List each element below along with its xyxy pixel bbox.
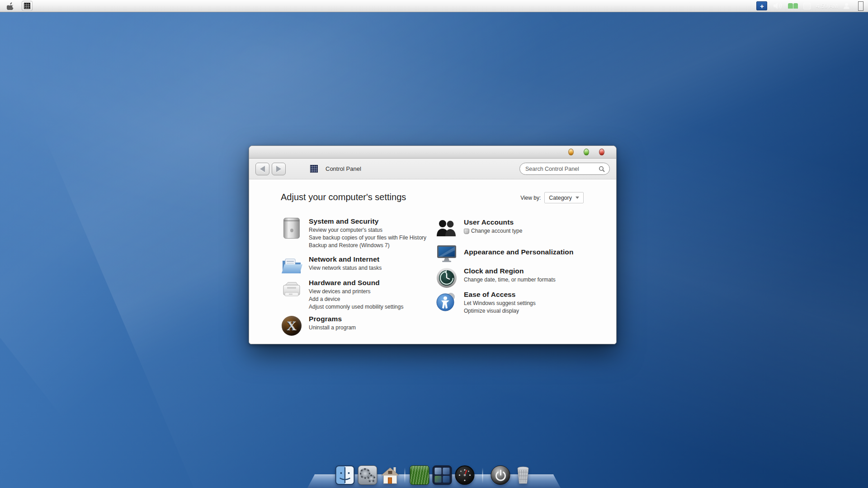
view-by-dropdown[interactable]: Category xyxy=(544,192,584,203)
category-link[interactable]: Change account type xyxy=(464,228,522,234)
view-by-value: Category xyxy=(549,195,572,201)
category-title[interactable]: Network and Internet xyxy=(309,255,382,263)
volume-icon[interactable] xyxy=(773,2,783,9)
breadcrumb[interactable]: Control Panel xyxy=(326,165,361,172)
category-title[interactable]: Programs xyxy=(309,315,356,323)
apple-menu-icon[interactable] xyxy=(6,2,14,10)
category-title[interactable]: User Accounts xyxy=(464,218,522,226)
category-link[interactable]: Adjust commonly used mobility settings xyxy=(309,304,403,310)
system-security-icon[interactable] xyxy=(281,217,302,239)
clock-text[interactable]: 4:59 AM xyxy=(816,3,838,9)
category-title[interactable]: System and Security xyxy=(309,217,426,225)
control-panel-app-icon xyxy=(24,3,30,9)
category-link[interactable]: Let Windows suggest settings xyxy=(464,300,536,306)
category-title[interactable]: Hardware and Sound xyxy=(309,279,403,287)
category-link[interactable]: View network status and tasks xyxy=(309,265,382,271)
category-hardware-and-sound: Hardware and Sound View devices and prin… xyxy=(281,279,403,310)
finder-icon[interactable] xyxy=(335,465,355,485)
category-link[interactable]: Add a device xyxy=(309,296,403,302)
category-ease-of-access: Ease of Access Let Windows suggest setti… xyxy=(436,291,536,314)
network-status-icon[interactable] xyxy=(788,3,798,9)
category-title[interactable]: Clock and Region xyxy=(464,267,556,275)
category-network-and-internet: Network and Internet View network status… xyxy=(281,255,382,277)
back-arrow-icon xyxy=(260,166,265,172)
power-icon[interactable] xyxy=(491,465,510,485)
back-button[interactable] xyxy=(255,163,269,175)
dock-separator xyxy=(482,468,483,483)
category-clock-and-region: Clock and Region Change date, time, or n… xyxy=(436,267,556,289)
dock-separator xyxy=(405,468,406,483)
input-method-badge[interactable]: + xyxy=(756,1,767,10)
category-link[interactable]: Save backup copies of your files with Fi… xyxy=(309,235,426,241)
category-link[interactable]: View devices and printers xyxy=(309,289,403,295)
category-appearance-personalization: Appearance and Personalization xyxy=(436,243,573,264)
search-box[interactable] xyxy=(519,163,610,175)
trash-icon[interactable] xyxy=(514,465,533,485)
network-internet-icon[interactable] xyxy=(281,255,302,277)
page-title: Adjust your computer's settings xyxy=(281,192,406,202)
category-link[interactable]: Review your computer's status xyxy=(309,227,426,233)
window-toolbar: Control Panel xyxy=(249,159,616,179)
keyboard-layout-icon[interactable] xyxy=(803,3,811,9)
search-icon xyxy=(599,166,605,172)
desktop-preview-icon[interactable] xyxy=(410,465,429,485)
category-title[interactable]: Appearance and Personalization xyxy=(464,248,573,256)
user-session-icon[interactable] xyxy=(843,2,850,9)
forward-arrow-icon xyxy=(276,166,281,172)
dock xyxy=(289,455,579,488)
control-panel-content: Adjust your computer's settings View by:… xyxy=(249,179,616,344)
close-button[interactable] xyxy=(599,149,604,155)
window-titlebar[interactable] xyxy=(249,146,616,159)
category-link[interactable]: Change date, time, or number formats xyxy=(464,277,556,283)
chevron-down-icon xyxy=(576,197,579,199)
category-title[interactable]: Ease of Access xyxy=(464,291,536,299)
menu-bar: + 4:59 AM xyxy=(0,0,868,12)
forward-button[interactable] xyxy=(272,163,286,175)
uac-shield-icon xyxy=(464,229,469,234)
category-user-accounts: User Accounts Change account type xyxy=(436,218,522,240)
hardware-sound-icon[interactable] xyxy=(281,279,302,300)
system-preferences-icon[interactable] xyxy=(358,465,377,485)
dashboard-icon[interactable] xyxy=(455,465,475,485)
appearance-icon[interactable] xyxy=(436,243,458,264)
minimize-button[interactable] xyxy=(568,149,574,155)
category-link[interactable]: Uninstall a program xyxy=(309,325,356,331)
clock-region-icon[interactable] xyxy=(436,267,458,289)
ease-of-access-icon[interactable] xyxy=(436,291,458,312)
control-panel-window: Control Panel Adjust your computer's set… xyxy=(249,145,617,344)
search-input[interactable] xyxy=(525,166,599,172)
category-link[interactable]: Backup and Restore (Windows 7) xyxy=(309,243,426,249)
category-programs: X Programs Uninstall a program xyxy=(281,315,356,337)
view-by-label: View by: xyxy=(520,195,541,201)
menu-extra-slot xyxy=(858,1,863,11)
breadcrumb-icon xyxy=(310,165,318,173)
zoom-button[interactable] xyxy=(584,149,589,155)
home-icon[interactable] xyxy=(381,465,400,485)
active-app-indicator[interactable] xyxy=(22,1,33,11)
category-link[interactable]: Optimize visual display xyxy=(464,308,536,314)
category-system-and-security: System and Security Review your computer… xyxy=(281,217,426,249)
programs-icon[interactable]: X xyxy=(281,315,302,337)
user-accounts-icon[interactable] xyxy=(436,218,458,240)
spaces-icon[interactable] xyxy=(433,465,452,485)
view-by-group: View by: Category xyxy=(520,192,584,203)
